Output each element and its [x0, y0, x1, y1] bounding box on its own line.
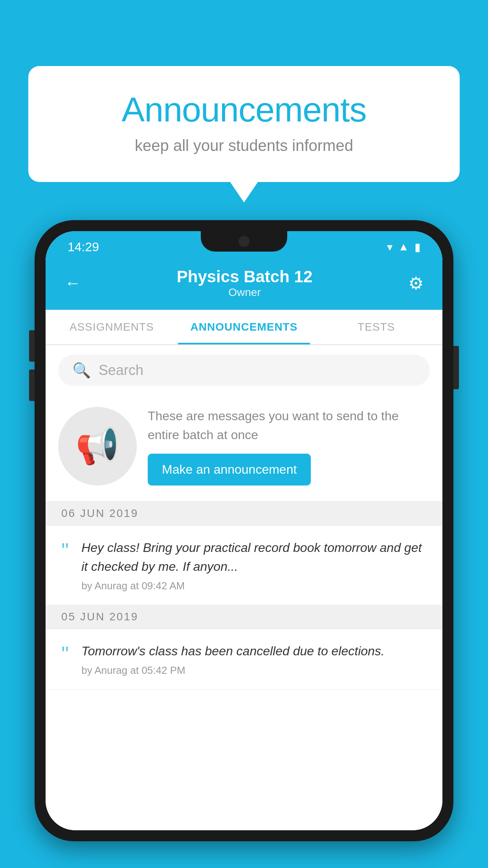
power-button[interactable]	[453, 346, 459, 389]
screen-content: 🔍 Search 📢 These are messages you want t…	[46, 345, 442, 830]
wifi-icon: ▾	[387, 241, 393, 254]
promo-content: These are messages you want to send to t…	[148, 406, 430, 485]
app-header: ← Physics Batch 12 Owner ⚙	[46, 259, 442, 310]
bubble-title: Announcements	[60, 90, 428, 130]
quote-icon-1: "	[61, 540, 69, 561]
tab-assignments[interactable]: ASSIGNMENTS	[46, 310, 178, 344]
announcement-text-2: Tomorrow's class has been cancelled due …	[81, 642, 385, 660]
phone-mockup: 14:29 ▾ ▲ ▮ ← Physics Batch 12 Owner ⚙	[35, 220, 453, 868]
volume-up-button[interactable]	[29, 330, 35, 362]
front-camera	[238, 236, 250, 247]
make-announcement-button[interactable]: Make an announcement	[148, 454, 311, 485]
quote-icon-2: "	[61, 643, 69, 664]
date-separator-1: 06 JUN 2019	[46, 502, 442, 526]
settings-icon[interactable]: ⚙	[408, 273, 424, 293]
announcement-content-1: Hey class! Bring your practical record b…	[81, 538, 427, 592]
status-time: 14:29	[68, 240, 99, 254]
search-icon: 🔍	[72, 362, 91, 379]
search-bar[interactable]: 🔍 Search	[58, 355, 430, 386]
phone-outer-frame: 14:29 ▾ ▲ ▮ ← Physics Batch 12 Owner ⚙	[35, 220, 453, 841]
announcement-meta-2: by Anurag at 05:42 PM	[81, 664, 385, 677]
megaphone-icon: 📢	[75, 425, 119, 467]
announcement-content-2: Tomorrow's class has been cancelled due …	[81, 642, 385, 677]
header-center: Physics Batch 12 Owner	[81, 267, 408, 299]
header-subtitle: Owner	[81, 286, 408, 299]
announcement-meta-1: by Anurag at 09:42 AM	[81, 580, 427, 592]
announcement-text-1: Hey class! Bring your practical record b…	[81, 538, 427, 576]
back-button[interactable]: ←	[64, 274, 81, 292]
speech-bubble-section: Announcements keep all your students inf…	[28, 66, 460, 182]
promo-description: These are messages you want to send to t…	[148, 406, 430, 444]
battery-icon: ▮	[415, 241, 420, 254]
header-title: Physics Batch 12	[81, 267, 408, 286]
phone-screen: 14:29 ▾ ▲ ▮ ← Physics Batch 12 Owner ⚙	[46, 231, 442, 830]
tab-tests[interactable]: TESTS	[310, 310, 442, 344]
tabs-bar: ASSIGNMENTS ANNOUNCEMENTS TESTS	[46, 310, 442, 345]
tab-announcements[interactable]: ANNOUNCEMENTS	[178, 310, 310, 344]
status-icons: ▾ ▲ ▮	[387, 241, 420, 254]
date-separator-2: 05 JUN 2019	[46, 605, 442, 629]
volume-down-button[interactable]	[29, 370, 35, 401]
bubble-subtitle: keep all your students informed	[60, 137, 428, 154]
announcement-promo: 📢 These are messages you want to send to…	[46, 395, 442, 502]
signal-icon: ▲	[398, 241, 409, 253]
announcement-item-2[interactable]: " Tomorrow's class has been cancelled du…	[46, 629, 442, 690]
search-placeholder: Search	[99, 362, 143, 379]
promo-icon-circle: 📢	[58, 407, 137, 485]
speech-bubble-card: Announcements keep all your students inf…	[28, 66, 460, 182]
phone-notch	[201, 231, 287, 252]
announcement-item-1[interactable]: " Hey class! Bring your practical record…	[46, 526, 442, 605]
